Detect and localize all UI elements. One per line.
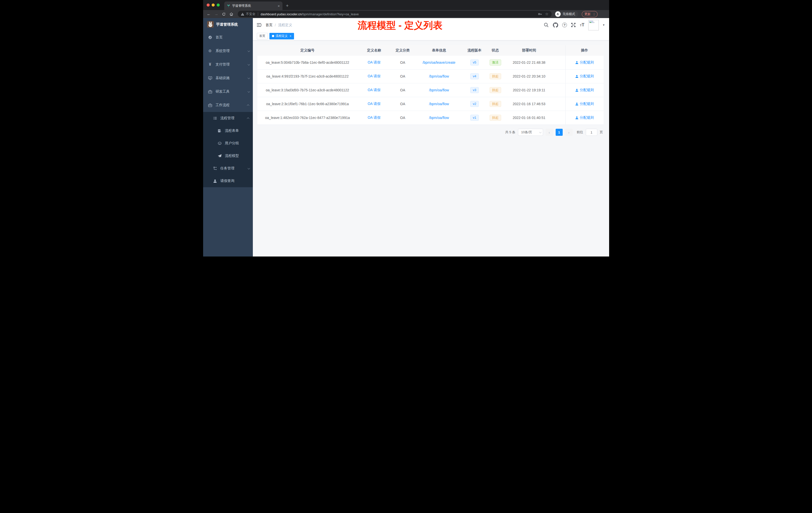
browser-menu-icon[interactable]: ⋮: [592, 12, 596, 16]
deploy-time: 2022-01-22 20:34:10: [505, 74, 553, 78]
help-icon[interactable]: ?: [562, 23, 567, 27]
new-tab-button[interactable]: +: [286, 3, 289, 8]
search-icon[interactable]: [544, 22, 549, 28]
chevron-down-icon: [247, 63, 250, 65]
table-row: oa_leave:3:1fad3d93-7b75-11ec-a3c8-acde4…: [257, 83, 604, 97]
page-content: 定义编号 定义名称 定义分类 表单信息 流程版本 状态 部署时间 操作 oa_l…: [253, 40, 609, 256]
security-label: 不安全: [246, 12, 256, 16]
ordered-list-icon: [213, 116, 217, 120]
caret-down-icon[interactable]: ▼: [603, 24, 605, 26]
col-definition-id: 定义编号: [257, 48, 358, 53]
next-page-button[interactable]: ›: [565, 129, 573, 136]
chevron-down-icon: [247, 50, 250, 52]
incognito-badge: 无痕模式: [555, 11, 578, 17]
zoom-window-button[interactable]: [217, 3, 220, 6]
goto-page-input[interactable]: [586, 129, 597, 136]
user-avatar-broken-image[interactable]: [588, 20, 599, 30]
definition-name-link[interactable]: OA 请假: [357, 60, 390, 65]
reload-button[interactable]: [221, 11, 227, 17]
breadcrumb-home[interactable]: 首页: [266, 23, 273, 27]
col-deploy-time: 部署时间: [505, 48, 553, 53]
assign-rule-button[interactable]: 分配规则: [575, 74, 594, 79]
screen: 芋道管理系统 × + ← → 不安全 dashboard.yudao.iocod…: [203, 0, 609, 256]
active-tag-dot: [272, 35, 274, 37]
tag-home[interactable]: 首页: [257, 33, 268, 39]
form-link[interactable]: /bpm/oa/flow: [415, 88, 463, 92]
sidebar-item-infra[interactable]: 基础设施: [203, 71, 253, 85]
tag-process-definition[interactable]: 流程定义 ×: [269, 33, 294, 39]
status-badge: 激活: [490, 59, 501, 65]
breadcrumb: 首页 / 流程定义: [266, 23, 292, 27]
minimize-window-button[interactable]: [212, 3, 215, 6]
status-badge: 挂起: [490, 115, 501, 121]
version-badge: v1: [470, 115, 479, 121]
sidebar-item-user-group[interactable]: 用户分组: [203, 137, 253, 150]
back-button[interactable]: ←: [206, 11, 212, 17]
url-bar[interactable]: 不安全 dashboard.yudao.iocoder.cn/bpm/manag…: [238, 11, 552, 17]
close-window-button[interactable]: [207, 3, 210, 6]
sidebar-item-system[interactable]: ⚙ 系统管理: [203, 44, 253, 58]
page-size-select[interactable]: 10条/页: [518, 129, 543, 136]
update-browser-button[interactable]: 更新 ⋮: [582, 11, 598, 17]
definition-category: OA: [390, 116, 415, 120]
sidebar-item-workflow[interactable]: 工作流程: [203, 98, 253, 112]
sidebar-logo[interactable]: 芋道管理系统: [203, 18, 253, 31]
assign-rule-button[interactable]: 分配规则: [575, 88, 594, 92]
sidebar-item-leave-query[interactable]: 请假查询: [203, 175, 253, 187]
browser-tabstrip: 芋道管理系统 × +: [203, 0, 609, 10]
col-form-info: 表单信息: [415, 48, 463, 53]
pagination-total: 共 5 条: [505, 130, 515, 134]
definition-name-link[interactable]: OA 请假: [357, 102, 390, 106]
table-row: oa_leave:2:3c1f0ef1-76b1-11ec-9c66-a2380…: [257, 97, 604, 111]
sidebar-collapse-button[interactable]: [257, 23, 262, 27]
browser-tab[interactable]: 芋道管理系统 ×: [224, 1, 283, 10]
tab-title: 芋道管理系统: [232, 4, 276, 8]
sidebar-item-devtools[interactable]: 研发工具: [203, 85, 253, 98]
forward-button[interactable]: →: [213, 11, 220, 17]
page-number-1[interactable]: 1: [556, 129, 563, 136]
not-secure-warning-icon[interactable]: [241, 12, 244, 16]
assign-rule-button[interactable]: 分配规则: [575, 116, 594, 120]
fullscreen-icon[interactable]: [571, 22, 576, 28]
sidebar-item-home[interactable]: 首页: [203, 31, 253, 44]
form-link[interactable]: /bpm/oa/flow: [415, 74, 463, 78]
sidebar-menu: 首页 ⚙ 系统管理 ¥ 支付管理 基础设施: [203, 31, 253, 187]
sidebar-item-task-mgmt[interactable]: 任务管理: [203, 162, 253, 175]
incognito-icon: [555, 11, 561, 17]
prev-page-button[interactable]: ‹: [546, 129, 553, 136]
version-badge: v3: [470, 87, 479, 93]
sidebar-item-process-mgmt[interactable]: 流程管理: [203, 112, 253, 124]
sidebar-item-process-model[interactable]: 流程模型: [203, 150, 253, 162]
deploy-time: 2022-01-16 01:40:51: [505, 116, 553, 120]
browser-toolbar: ← → 不安全 dashboard.yudao.iocoder.cn/bpm/m…: [203, 10, 609, 18]
assign-rule-button[interactable]: 分配规则: [575, 60, 594, 65]
col-definition-name: 定义名称: [357, 48, 390, 53]
bookmark-star-icon[interactable]: ☆: [545, 12, 548, 16]
sidebar-item-payment[interactable]: ¥ 支付管理: [203, 58, 253, 71]
tag-close-icon[interactable]: ×: [290, 34, 291, 38]
definition-id: oa_leave:4:991f2193-7b7f-11ec-a3c8-acde4…: [257, 74, 358, 78]
update-label: 更新: [584, 12, 591, 16]
status-badge: 挂起: [490, 87, 501, 93]
annotation-title: 流程模型 - 定义列表: [358, 19, 443, 32]
tab-close-icon[interactable]: ×: [278, 4, 280, 8]
form-link[interactable]: /bpm/oa/flow: [415, 102, 463, 106]
definition-name-link[interactable]: OA 请假: [357, 88, 390, 92]
col-definition-category: 定义分类: [390, 48, 415, 53]
form-edit-icon: [218, 129, 222, 133]
definition-name-link[interactable]: OA 请假: [357, 74, 390, 79]
breadcrumb-separator: /: [275, 23, 276, 27]
home-button[interactable]: [228, 11, 235, 17]
github-icon[interactable]: [553, 22, 558, 28]
url-path: /bpm/manager/definition?key=oa_leave: [301, 12, 358, 16]
url-text[interactable]: dashboard.yudao.iocoder.cn/bpm/manager/d…: [261, 12, 536, 16]
assign-rule-button[interactable]: 分配规则: [575, 102, 594, 106]
definition-name-link[interactable]: OA 请假: [357, 116, 390, 120]
password-key-icon[interactable]: [538, 12, 542, 16]
font-size-icon[interactable]: TT: [580, 22, 584, 28]
form-link[interactable]: /bpm/oa/leave/create: [415, 60, 463, 64]
goto-unit: 页: [600, 130, 603, 134]
table-row: oa_leave:4:991f2193-7b7f-11ec-a3c8-acde4…: [257, 69, 604, 83]
sidebar-item-process-form[interactable]: 流程表单: [203, 124, 253, 137]
form-link[interactable]: /bpm/oa/flow: [415, 116, 463, 120]
